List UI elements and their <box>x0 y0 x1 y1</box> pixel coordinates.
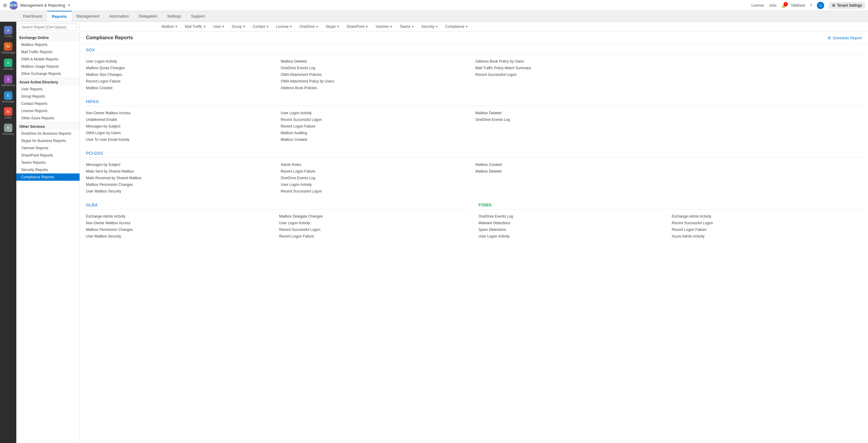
report-link[interactable]: Undelivered Emails <box>86 117 278 123</box>
report-link[interactable]: Recent Successful Logon <box>475 72 667 77</box>
tab-dashboard[interactable]: Dashboard <box>18 11 47 22</box>
report-link[interactable]: User Logon Activity <box>478 234 669 239</box>
tenant-settings-button[interactable]: ⚙ Tenant Settings <box>829 2 865 9</box>
license-link[interactable]: License <box>751 3 764 7</box>
report-link[interactable]: Recent Logon Failure <box>672 227 862 232</box>
sidebar-item-selfservice[interactable]: S SelfService <box>1 73 16 89</box>
report-link[interactable]: Mailbox Permission Changes <box>86 182 278 188</box>
report-link[interactable]: Azure Admin Activity <box>672 234 862 239</box>
report-link[interactable]: Mails Received by Shared Mailbox <box>86 175 278 181</box>
tab-management[interactable]: Management <box>72 11 104 22</box>
subnav-license[interactable]: License▼ <box>273 23 295 30</box>
nav-contact-reports[interactable]: Contact Reports <box>16 100 80 107</box>
nav-teams-reports[interactable]: Teams Reports <box>16 159 80 166</box>
nav-group-reports[interactable]: Group Reports <box>16 93 80 100</box>
subnav-sharepoint[interactable]: SharePoint▼ <box>344 23 371 30</box>
report-link[interactable]: User Mailbox Security <box>86 234 276 239</box>
report-link[interactable]: Non-Owner Mailbox Access <box>86 110 278 116</box>
report-link[interactable]: User Logon Activity <box>281 110 472 116</box>
help-link[interactable]: ? <box>810 3 812 7</box>
report-link[interactable]: Mailbox Created <box>475 162 667 167</box>
report-link[interactable]: Recent Successful Logon <box>281 189 472 194</box>
sidebar-item-recovery[interactable]: R Recovery <box>1 122 16 137</box>
report-link[interactable]: Mailbox Deleted <box>475 110 667 116</box>
sidebar-item-exchange[interactable]: E Exchange <box>1 90 16 105</box>
app-menu-icon[interactable]: ⊞ <box>3 2 7 8</box>
search-input[interactable] <box>19 24 77 31</box>
report-link[interactable]: Messages by Subject <box>86 162 278 167</box>
nav-dropdown-arrow[interactable]: ▼ <box>67 4 70 7</box>
nav-owa-mobile-reports[interactable]: OWA & Mobile Reports <box>16 56 80 63</box>
report-link[interactable]: Exchange Admin Activity <box>672 214 862 219</box>
report-link[interactable]: Recent Successful Logon <box>279 227 469 232</box>
report-link[interactable]: Mailbox Auditing <box>281 130 472 136</box>
sidebar-item-admanager[interactable]: M ADManager <box>1 40 16 56</box>
jobs-link[interactable]: Jobs <box>769 3 776 7</box>
report-link[interactable]: Recent Logon Failure <box>281 169 472 174</box>
nav-yammer-reports[interactable]: Yammer Reports <box>16 144 80 152</box>
report-link[interactable]: Mailbox Created <box>86 85 278 91</box>
report-link[interactable]: Spam Detections <box>478 227 669 232</box>
tab-support[interactable]: Support <box>186 11 210 22</box>
report-link[interactable]: Recent Logon Failure <box>279 234 469 239</box>
report-link[interactable]: Mailbox Deleted <box>475 169 667 174</box>
report-link[interactable]: User Mailbox Security <box>86 189 278 194</box>
nav-mailbox-usage-reports[interactable]: Mailbox Usage Reports <box>16 63 80 70</box>
nav-sharepoint-reports[interactable]: SharePoint Reports <box>16 152 80 159</box>
report-link[interactable]: Mailbox Permission Changes <box>86 227 276 232</box>
report-link[interactable]: Messages by Subject <box>86 124 278 129</box>
subnav-mail-traffic[interactable]: Mail Traffic▼ <box>182 23 209 30</box>
report-link[interactable]: Mailbox Deleted <box>281 59 472 64</box>
report-link[interactable]: Recent Logon Failure <box>86 78 278 84</box>
sidebar-item-ad360[interactable]: A AD360 <box>1 24 16 40</box>
report-link[interactable]: Recent Logon Failure <box>281 124 472 129</box>
report-link[interactable]: OneDrive Events Log <box>475 117 667 123</box>
report-link[interactable]: OneDrive Events Log <box>281 175 472 181</box>
nav-skype-reports[interactable]: Skype for Business Reports <box>16 137 80 144</box>
nav-mail-traffic-reports[interactable]: Mail Traffic Reports <box>16 48 80 56</box>
subnav-group[interactable]: Group▼ <box>229 23 248 30</box>
subnav-teams[interactable]: Teams▼ <box>397 23 417 30</box>
report-link[interactable]: OneDrive Events Log <box>478 214 669 219</box>
subnav-yammer[interactable]: Yammer▼ <box>372 23 395 30</box>
nav-mailbox-reports[interactable]: Mailbox Reports <box>16 41 80 48</box>
report-link[interactable]: Recent Successful Logon <box>281 117 472 123</box>
report-link[interactable]: User Logon Activity <box>281 182 472 188</box>
report-link[interactable]: Exchange Admin Activity <box>86 214 276 219</box>
nav-compliance-reports[interactable]: Compliance Reports <box>16 173 80 181</box>
report-link[interactable]: Mailbox Created <box>281 137 472 142</box>
schedule-report-button[interactable]: ⚙ Schedule Report <box>828 36 862 40</box>
subnav-user[interactable]: User▼ <box>210 23 227 30</box>
talkback-link[interactable]: TalkBack <box>791 3 805 7</box>
subnav-contact[interactable]: Contact▼ <box>250 23 272 30</box>
report-link[interactable]: User Logon Activity <box>279 220 469 226</box>
report-link[interactable]: Recent Successful Logon <box>672 220 862 226</box>
subnav-onedrive[interactable]: OneDrive▼ <box>297 23 321 30</box>
report-link[interactable]: Mail Traffic Policy Match Summary <box>475 65 667 71</box>
nav-onedrive-reports[interactable]: OneDrive for Business Reports <box>16 130 80 137</box>
report-link[interactable]: Non-Owner Mailbox Access <box>86 220 276 226</box>
report-link[interactable]: User Logon Activity <box>86 59 278 64</box>
report-link[interactable]: Mailbox Quota Changes <box>86 65 278 71</box>
report-link[interactable]: OWA Attachment Policies <box>281 72 472 77</box>
report-link[interactable]: Address Book Policy by Users <box>475 59 667 64</box>
sidebar-item-m365[interactable]: M M365 <box>1 105 16 121</box>
nav-label[interactable]: Management & Reporting <box>20 3 65 7</box>
tab-delegation[interactable]: Delegation <box>134 11 162 22</box>
nav-security-reports[interactable]: Security Reports <box>16 166 80 173</box>
report-link[interactable]: OWA Logon by Users <box>86 130 278 136</box>
tab-settings[interactable]: Settings <box>162 11 186 22</box>
user-avatar[interactable]: U <box>817 2 824 9</box>
subnav-skype[interactable]: Skype▼ <box>323 23 342 30</box>
nav-other-azure-reports[interactable]: Other Azure Reports <box>16 114 80 122</box>
report-link[interactable]: Mails Sent by Shared Mailbox <box>86 169 278 174</box>
subnav-security[interactable]: Security▼ <box>418 23 441 30</box>
report-link[interactable]: User To User Email Activity <box>86 137 278 142</box>
nav-user-reports[interactable]: User Reports <box>16 86 80 93</box>
report-link[interactable]: Mailbox Delegate Changes <box>279 214 469 219</box>
report-link[interactable]: OneDrive Events Log <box>281 65 472 71</box>
tab-reports[interactable]: Reports <box>47 11 72 22</box>
notification-bell[interactable]: 🔔3 <box>781 3 786 7</box>
nav-license-reports[interactable]: License Reports <box>16 107 80 114</box>
report-link[interactable]: OWA Attachment Policy by Users <box>281 78 472 84</box>
